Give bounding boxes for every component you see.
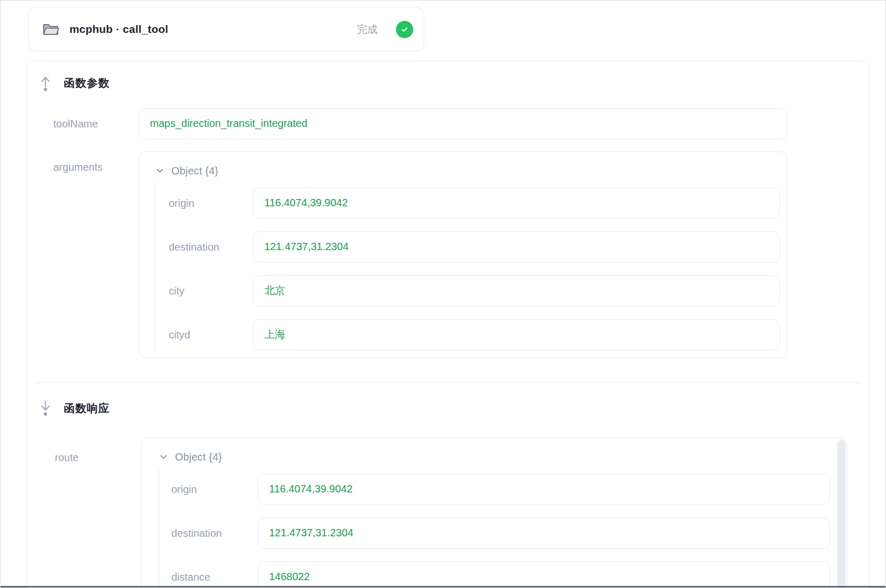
chevron-down-icon[interactable] xyxy=(155,166,165,176)
arguments-object-label: Object {4} xyxy=(171,165,218,177)
route-value[interactable]: 121.4737,31.2304 xyxy=(258,518,830,549)
response-rows: route Object {4} origin 116.4074 xyxy=(27,438,869,588)
route-row-distance: distance 1468022 xyxy=(171,561,830,588)
route-children: origin 116.4074,39.9042 destination 121.… xyxy=(158,468,847,588)
field-row-route: route Object {4} origin 116.4074 xyxy=(55,438,847,588)
check-circle-icon xyxy=(396,21,413,38)
route-object-label: Object {4} xyxy=(175,451,222,463)
tool-call-header-card[interactable]: mcphub · call_tool 完成 xyxy=(28,7,424,51)
arg-value[interactable]: 北京 xyxy=(253,275,780,307)
chevron-down-icon[interactable] xyxy=(158,452,169,462)
arg-row-cityd: cityd 上海 xyxy=(169,319,780,350)
section-divider xyxy=(33,382,862,383)
arg-value[interactable]: 121.4737,31.2304 xyxy=(253,231,780,263)
arg-value[interactable]: 116.4074,39.9042 xyxy=(253,187,780,219)
tool-call-detail-panel: 函数参数 toolName maps_direction_transit_int… xyxy=(27,61,869,588)
tool-call-view: mcphub · call_tool 完成 函数参数 toolName xyxy=(0,0,886,588)
field-row-arguments: arguments Object {4} origin 116. xyxy=(53,151,787,358)
folder-icon xyxy=(42,22,59,37)
screenshot-bottom-edge xyxy=(1,586,885,587)
arrow-down-to-dot-icon xyxy=(39,399,52,417)
params-section-header: 函数参数 xyxy=(39,75,869,91)
route-object-box: Object {4} origin 116.4074,39.9042 desti… xyxy=(141,438,847,588)
arguments-children: origin 116.4074,39.9042 destination 121.… xyxy=(155,182,780,354)
vertical-scrollbar[interactable] xyxy=(837,440,846,588)
arg-key: cityd xyxy=(169,319,253,350)
arg-row-origin: origin 116.4074,39.9042 xyxy=(169,187,780,219)
route-label: route xyxy=(55,438,141,473)
response-section-header: 函数响应 xyxy=(39,400,869,417)
arguments-object-toggle[interactable]: Object {4} xyxy=(139,159,780,182)
tool-call-title: mcphub · call_tool xyxy=(69,23,346,36)
params-section-title: 函数参数 xyxy=(64,76,110,90)
arg-key: origin xyxy=(169,187,253,219)
route-key: origin xyxy=(171,474,258,505)
route-value[interactable]: 1468022 xyxy=(258,561,830,588)
toolname-label: toolName xyxy=(53,108,138,139)
arguments-object-box: Object {4} origin 116.4074,39.9042 desti… xyxy=(138,151,787,358)
route-key: destination xyxy=(171,518,258,549)
arg-value[interactable]: 上海 xyxy=(253,319,780,350)
route-object-toggle[interactable]: Object {4} xyxy=(142,445,847,468)
route-row-destination: destination 121.4737,31.2304 xyxy=(171,518,830,549)
params-rows: toolName maps_direction_transit_integrat… xyxy=(27,108,869,358)
toolname-value[interactable]: maps_direction_transit_integrated xyxy=(138,108,787,139)
route-key: distance xyxy=(171,561,258,588)
status-text: 完成 xyxy=(357,22,378,37)
response-section-title: 函数响应 xyxy=(64,401,110,416)
arg-row-city: city 北京 xyxy=(169,275,780,307)
arg-key: city xyxy=(169,275,253,307)
arrow-up-from-dot-icon xyxy=(39,74,52,92)
arguments-label: arguments xyxy=(53,151,138,183)
arg-key: destination xyxy=(169,231,253,263)
field-row-toolname: toolName maps_direction_transit_integrat… xyxy=(53,108,787,139)
route-value[interactable]: 116.4074,39.9042 xyxy=(258,474,830,505)
route-row-origin: origin 116.4074,39.9042 xyxy=(171,474,830,505)
arg-row-destination: destination 121.4737,31.2304 xyxy=(169,231,780,263)
